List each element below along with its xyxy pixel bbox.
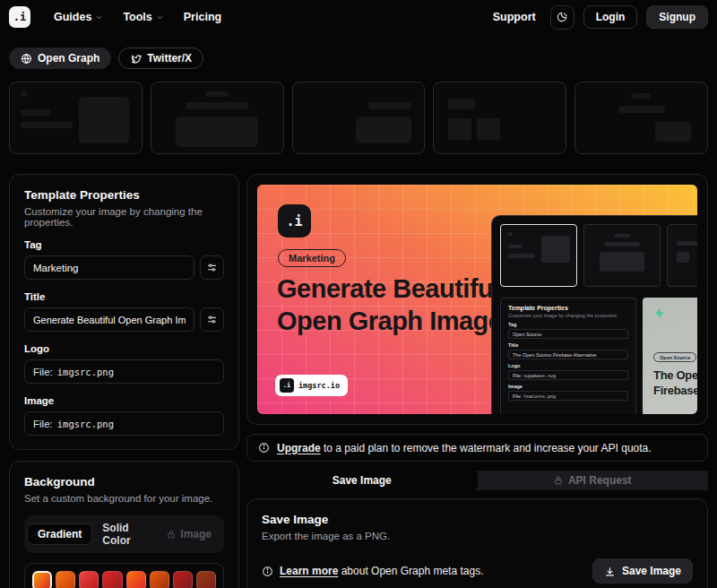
thumb-shape (631, 93, 651, 99)
logo-file-input[interactable]: File: imgsrc.png (24, 359, 224, 384)
thumb-shape (655, 122, 691, 142)
template-thumbnail-4[interactable] (433, 82, 566, 154)
info-icon (262, 566, 273, 577)
chevron-down-icon (95, 13, 103, 22)
image-type-tabs: Open Graph Twitter/X (9, 48, 708, 69)
thumb-shape (21, 109, 51, 116)
title-input[interactable] (24, 307, 194, 332)
learn-more-link[interactable]: Learn more (280, 565, 338, 577)
nav-tools[interactable]: Tools (123, 11, 163, 23)
mini-thumbnail (583, 224, 661, 287)
background-type-tabs: Gradient Solid Color Image (24, 515, 224, 553)
mini-panel-title: Template Properties (508, 305, 628, 311)
gradient-swatch[interactable] (126, 571, 146, 588)
mini-title-input: The Open Source Firebase Alternative (508, 350, 628, 359)
thumb-shape (79, 97, 129, 143)
tab-api-request[interactable]: API Request (478, 471, 709, 490)
gradient-swatch[interactable] (150, 571, 169, 588)
template-thumbnail-5[interactable] (574, 82, 708, 154)
mini-file-prefix: File: (513, 373, 522, 378)
image-file-input[interactable]: File: imgsrc.png (24, 411, 224, 436)
tab-save-image[interactable]: Save Image (246, 471, 478, 490)
og-image-preview-card: .i Marketing Generate Beautiful Open Gra… (246, 174, 708, 425)
gradient-swatch[interactable] (79, 571, 99, 588)
tab-twitter-x-label: Twitter/X (147, 52, 192, 65)
mini-shape (604, 242, 640, 246)
tab-open-graph[interactable]: Open Graph (9, 48, 111, 69)
og-title-line1: Generate Beautiful (277, 274, 500, 303)
thumb-shape (448, 99, 475, 109)
upgrade-link[interactable]: Upgrade (277, 442, 321, 454)
moon-icon (556, 11, 568, 23)
page: .i Guides Tools Pricing (0, 0, 717, 588)
gradient-swatch-container (24, 563, 224, 588)
gradient-swatch[interactable] (32, 571, 52, 588)
watermark-text: imgsrc.io (298, 381, 340, 390)
template-thumbnail-1[interactable] (9, 82, 143, 154)
upgrade-notice-text: Upgrade to a paid plan to remove the wat… (277, 442, 652, 454)
tab-twitter-x[interactable]: Twitter/X (118, 48, 203, 69)
mini-tag-label: Tag (508, 322, 628, 327)
nav-pricing[interactable]: Pricing (184, 11, 221, 23)
theme-toggle-button[interactable] (550, 5, 574, 30)
upgrade-notice: Upgrade to a paid plan to remove the wat… (246, 434, 708, 462)
gradient-swatch[interactable] (102, 571, 122, 588)
nav-support[interactable]: Support (493, 11, 536, 23)
mini-logo-input: File: supabase.svg (508, 370, 628, 380)
thumb-shape (477, 118, 500, 140)
gradient-swatch[interactable] (173, 571, 193, 588)
mini-thumbnails (500, 224, 691, 287)
template-thumbnail-2[interactable] (151, 82, 284, 154)
template-thumbnail-3[interactable] (292, 82, 426, 154)
gradient-swatch[interactable] (56, 571, 75, 588)
nav-guides-label: Guides (54, 11, 91, 23)
og-title: Generate Beautiful Open Graph Images (277, 273, 516, 337)
mini-logo-label: Logo (508, 363, 628, 368)
template-properties-panel: Template Properties Customize your image… (9, 174, 239, 450)
file-prefix: File: (33, 419, 53, 429)
title-options-button[interactable] (200, 307, 224, 332)
thumb-shape (21, 91, 28, 97)
sliders-icon (206, 262, 218, 273)
thumb-shape (368, 102, 411, 109)
template-gallery (9, 82, 708, 154)
save-image-button[interactable]: Save Image (592, 558, 693, 584)
mini-shape (677, 252, 689, 263)
tab-solid-color[interactable]: Solid Color (92, 518, 157, 550)
mini-tag-value: Open Source (513, 332, 541, 337)
nav-guides[interactable]: Guides (54, 11, 103, 23)
mini-card-title: The Open Source Firebase Alternative (653, 368, 697, 399)
image-label: Image (24, 395, 224, 406)
signup-button[interactable]: Signup (646, 5, 708, 29)
tab-image[interactable]: Image (157, 524, 221, 544)
lock-icon (554, 476, 563, 485)
download-icon (604, 566, 616, 577)
globe-icon (21, 53, 32, 65)
watermark: .i imgsrc.io (275, 375, 348, 396)
thumb-shape (448, 118, 471, 140)
mini-file-name: features.png (523, 393, 556, 399)
mini-card-tag: Open Source (653, 352, 696, 362)
og-embedded-screenshot: Template Properties Customize your image… (491, 215, 697, 414)
tag-input[interactable] (24, 255, 194, 280)
panel-subtitle: Customize your image by changing the pro… (24, 206, 224, 228)
nav-pricing-label: Pricing (184, 11, 221, 23)
mini-shape (677, 241, 697, 246)
og-title-line2: Open Graph Images (277, 307, 516, 335)
login-button[interactable]: Login (583, 5, 638, 29)
tag-label: Tag (24, 239, 224, 250)
thumb-shape (186, 102, 248, 109)
mini-image-input: File: features.png (508, 391, 628, 401)
mini-file-name: supabase.svg (523, 373, 556, 378)
tab-api-request-label: API Request (568, 474, 632, 487)
app-logo[interactable]: .i (9, 6, 30, 28)
file-name: imgsrc.png (57, 419, 114, 429)
mini-shape (508, 254, 535, 258)
tab-gradient[interactable]: Gradient (27, 523, 92, 545)
lock-icon (167, 530, 176, 539)
thumb-shape (21, 122, 73, 128)
tab-image-label: Image (180, 528, 212, 540)
tag-options-button[interactable] (200, 255, 224, 280)
gradient-swatch[interactable] (196, 571, 216, 588)
mini-shape (600, 252, 644, 272)
